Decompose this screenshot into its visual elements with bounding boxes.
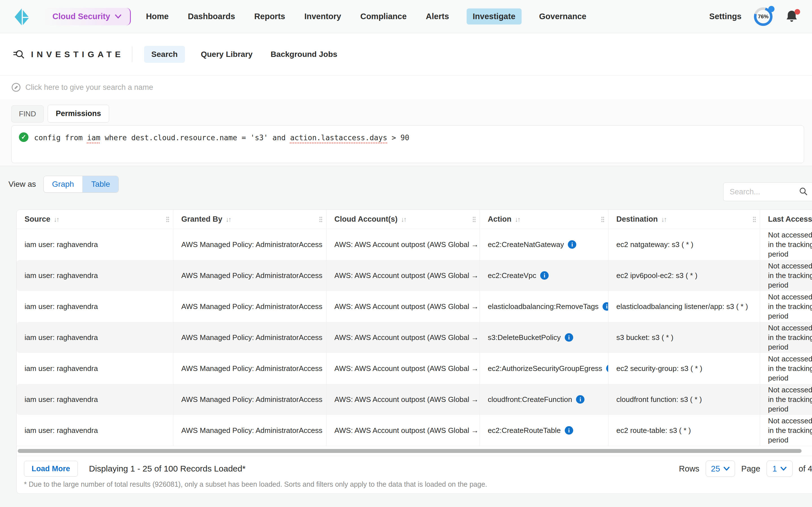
search-name-field[interactable]: Click here to give your search a name <box>0 75 812 99</box>
logo-icon <box>13 8 31 25</box>
cell-last-access: Not accessed in the tracking period <box>760 415 812 446</box>
info-icon[interactable]: i <box>606 364 608 373</box>
table-search-input[interactable] <box>730 187 795 196</box>
tab-find[interactable]: FIND <box>11 105 44 122</box>
cell-cloud-accounts: AWS: AWS Account outpost (AWS Global → A… <box>326 291 480 322</box>
info-icon[interactable]: i <box>565 426 573 435</box>
table-row[interactable]: iam user: raghavendra AWS Managed Policy… <box>17 260 812 291</box>
cell-granted-by: AWS Managed Policy: AdministratorAccess <box>173 415 326 446</box>
cell-source: iam user: raghavendra <box>17 260 173 291</box>
nav-item-alerts[interactable]: Alerts <box>424 8 451 24</box>
table-row[interactable]: iam user: raghavendra AWS Managed Policy… <box>17 415 812 446</box>
nav-item-governance[interactable]: Governance <box>538 8 588 24</box>
horizontal-scrollbar[interactable] <box>18 449 802 453</box>
view-toggle: View as Graph Table <box>8 176 119 193</box>
investigate-header: INVESTIGATE Search Query Library Backgro… <box>0 33 812 75</box>
column-header-cloud-accounts[interactable]: Cloud Account(s) ↓↑ <box>326 210 480 229</box>
notifications-button[interactable] <box>785 10 800 24</box>
cell-destination: ec2 natgateway: s3 ( * ) <box>608 229 760 260</box>
cell-cloud-accounts: AWS: AWS Account outpost (AWS Global → A… <box>326 353 480 384</box>
nav-item-compliance[interactable]: Compliance <box>359 8 408 24</box>
chevron-down-icon <box>723 467 730 471</box>
query-panel: FIND Permissions ✓ config from iam where… <box>0 99 812 166</box>
drag-handle-icon[interactable] <box>752 216 756 223</box>
results-note: * Due to the large number of total resul… <box>24 480 812 489</box>
nav-item-dashboards[interactable]: Dashboards <box>186 8 237 24</box>
drag-handle-icon[interactable] <box>319 216 323 223</box>
cell-cloud-accounts: AWS: AWS Account outpost (AWS Global → A… <box>326 384 480 415</box>
info-icon[interactable]: i <box>568 240 576 249</box>
query-text[interactable]: config from iam where dest.cloud.resourc… <box>34 132 409 143</box>
search-icon[interactable] <box>799 187 808 196</box>
table-row[interactable]: iam user: raghavendra AWS Managed Policy… <box>17 291 812 322</box>
page-select[interactable]: 1 <box>767 460 793 477</box>
pencil-icon <box>11 82 21 92</box>
info-icon[interactable]: i <box>576 395 585 404</box>
tab-query-library[interactable]: Query Library <box>199 46 255 63</box>
query-editor[interactable]: ✓ config from iam where dest.cloud.resou… <box>11 125 804 163</box>
tab-permissions[interactable]: Permissions <box>48 105 109 122</box>
drag-handle-icon[interactable] <box>165 216 170 223</box>
product-switcher[interactable]: Cloud Security <box>44 8 131 25</box>
table-body: iam user: raghavendra AWS Managed Policy… <box>17 229 812 446</box>
sort-icon[interactable]: ↓↑ <box>226 216 231 223</box>
nav-item-investigate[interactable]: Investigate <box>467 8 522 24</box>
results-table: Source ↓↑ Granted By ↓↑ Cloud Account(s)… <box>16 210 812 494</box>
cell-action: ec2:AuthorizeSecurityGroupEgressi <box>480 353 608 384</box>
table-footer: Load More Displaying 1 - 25 of 100 Recor… <box>17 456 812 477</box>
cell-cloud-accounts: AWS: AWS Account outpost (AWS Global → A… <box>326 415 480 446</box>
drag-handle-icon[interactable] <box>472 216 476 223</box>
sort-icon[interactable]: ↓↑ <box>54 216 59 223</box>
cell-source: iam user: raghavendra <box>17 291 173 322</box>
investigate-icon <box>12 48 25 61</box>
column-header-action[interactable]: Action ↓↑ <box>480 210 608 229</box>
table-row[interactable]: iam user: raghavendra AWS Managed Policy… <box>17 384 812 415</box>
nav-item-home[interactable]: Home <box>144 8 170 24</box>
cell-destination: ec2 route-table: s3 ( * ) <box>608 415 760 446</box>
cell-action: s3:DeleteBucketPolicyi <box>480 322 608 353</box>
cell-last-access: Not accessed in the tracking period <box>760 229 812 260</box>
column-header-source[interactable]: Source ↓↑ <box>17 210 173 229</box>
nav-item-reports[interactable]: Reports <box>253 8 287 24</box>
sort-icon[interactable]: ↓↑ <box>515 216 520 223</box>
rows-label: Rows <box>679 464 700 473</box>
column-header-granted-by[interactable]: Granted By ↓↑ <box>173 210 326 229</box>
cell-last-access: Not accessed in the tracking period <box>760 384 812 415</box>
table-row[interactable]: iam user: raghavendra AWS Managed Policy… <box>17 353 812 384</box>
page-title: INVESTIGATE <box>31 50 124 59</box>
cell-action: cloudfront:CreateFunctioni <box>480 384 608 415</box>
cell-destination: ec2 security-group: s3 ( * ) <box>608 353 760 384</box>
cell-source: iam user: raghavendra <box>17 229 173 260</box>
table-header: Source ↓↑ Granted By ↓↑ Cloud Account(s)… <box>17 210 812 229</box>
rows-per-page-select[interactable]: 25 <box>706 460 735 477</box>
cell-action: ec2:CreateVpci <box>480 260 608 291</box>
cell-last-access: Not accessed in the tracking period <box>760 353 812 384</box>
toggle-table[interactable]: Table <box>82 176 118 192</box>
settings-button[interactable]: Settings <box>709 12 742 21</box>
drag-handle-icon[interactable] <box>601 216 605 223</box>
info-icon[interactable]: i <box>540 271 549 280</box>
top-nav: Cloud Security Home Dashboards Reports I… <box>0 0 812 33</box>
info-icon[interactable]: i <box>565 333 573 342</box>
horizontal-scroll-area <box>17 446 812 456</box>
cell-source: iam user: raghavendra <box>17 415 173 446</box>
tab-search[interactable]: Search <box>144 46 185 63</box>
sort-icon[interactable]: ↓↑ <box>661 216 666 223</box>
investigate-tabs: Search Query Library Background Jobs <box>144 46 340 63</box>
results-section: View as Graph Table ✕ Source ↓↑ Granted … <box>0 166 812 507</box>
nav-item-inventory[interactable]: Inventory <box>303 8 343 24</box>
column-header-destination[interactable]: Destination ↓↑ <box>608 210 760 229</box>
cell-source: iam user: raghavendra <box>17 384 173 415</box>
cell-action: ec2:CreateNatGatewayi <box>480 229 608 260</box>
query-tabs: FIND Permissions <box>11 105 812 122</box>
table-row[interactable]: iam user: raghavendra AWS Managed Policy… <box>17 229 812 260</box>
toggle-graph[interactable]: Graph <box>44 176 83 192</box>
load-more-button[interactable]: Load More <box>24 461 78 476</box>
info-icon[interactable]: i <box>603 302 608 311</box>
column-header-last-access[interactable]: Last Access ↓↑ <box>760 210 812 229</box>
top-nav-right: Settings 76% <box>709 7 800 26</box>
sort-icon[interactable]: ↓↑ <box>401 216 406 223</box>
table-row[interactable]: iam user: raghavendra AWS Managed Policy… <box>17 322 812 353</box>
usage-ring[interactable]: 76% <box>754 7 772 26</box>
tab-background-jobs[interactable]: Background Jobs <box>268 46 340 63</box>
